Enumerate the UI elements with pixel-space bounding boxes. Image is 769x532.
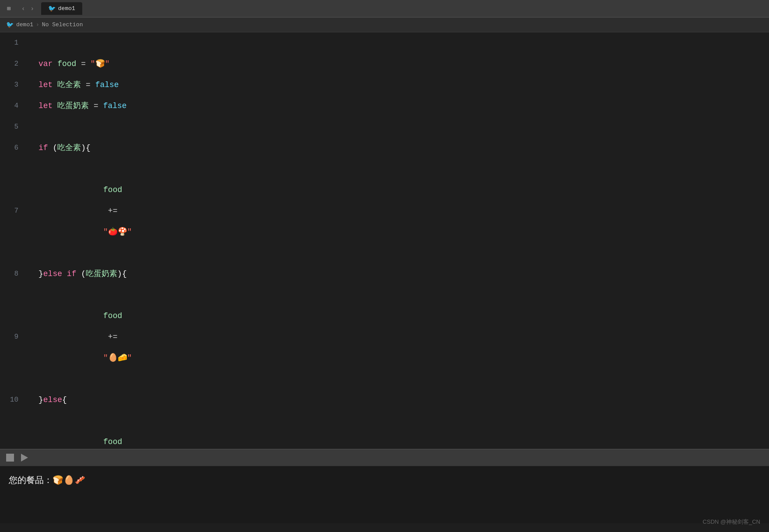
line-content-3: let 吃全素 = false — [30, 74, 119, 95]
stop-button[interactable] — [6, 454, 14, 462]
line-number-10: 10 — [0, 389, 26, 410]
code-line-4: 4 let 吃蛋奶素 = false — [0, 95, 769, 116]
line-content-2: var food = "🍞" — [30, 53, 109, 74]
line-content-6: if ( 吃全素 ) { — [30, 137, 91, 158]
line-number-3: 3 — [0, 74, 26, 95]
breadcrumb-location: No Selection — [42, 21, 83, 28]
line-number-7: 7 — [0, 200, 26, 221]
string-bread: "🍞" — [91, 53, 110, 74]
swift-icon: 🐦 — [48, 5, 56, 12]
food-id-9: food — [103, 312, 122, 320]
tab-label: demo1 — [58, 5, 75, 12]
breadcrumb-project[interactable]: demo1 — [16, 21, 33, 28]
line-content-9: food += "🥚🧀" — [30, 284, 132, 389]
nav-forward-arrow[interactable]: › — [28, 4, 35, 13]
breadcrumb: 🐦 demo1 › No Selection — [0, 18, 769, 32]
line-number-6: 6 — [0, 137, 26, 158]
keyword-let-2: let — [38, 95, 52, 116]
line-number-2: 2 — [0, 53, 26, 74]
string-tomato: "🍅🍄" — [103, 228, 132, 236]
paren-1: ( — [52, 137, 57, 158]
paren-3: ( — [81, 263, 86, 284]
play-button-small[interactable] — [21, 454, 28, 462]
keyword-var: var — [38, 53, 52, 74]
keyword-else-2: else — [43, 389, 62, 410]
grid-icon[interactable]: ⊞ — [4, 4, 13, 13]
brace-5: { — [62, 389, 67, 410]
code-container: 1 2 var food = "🍞" 3 let 吃全素 — [0, 32, 769, 449]
code-line-10: 10 } else { — [0, 389, 769, 410]
cond-vegetarian: 吃全素 — [57, 137, 81, 158]
title-bar-controls: ⊞ — [4, 4, 13, 13]
keyword-let-1: let — [38, 74, 52, 95]
code-line-11: 11 food += "🥚🥓" — [0, 410, 769, 449]
keyword-else-1: else — [43, 263, 62, 284]
paren-4: ) — [117, 263, 122, 284]
string-egg-cheese: "🥚🧀" — [103, 354, 132, 362]
output-area: 您的餐品：🍞🥚🥓 — [0, 466, 769, 523]
editor-area[interactable]: 1 2 var food = "🍞" 3 let 吃全素 — [0, 32, 769, 449]
line-content-7: food += "🍅🍄" — [30, 158, 132, 263]
var-lacto: 吃蛋奶素 — [57, 95, 89, 116]
code-line-2: 2 var food = "🍞" — [0, 53, 769, 74]
line-number-4: 4 — [0, 95, 26, 116]
brace-3: { — [122, 263, 127, 284]
brace-1: { — [86, 137, 91, 158]
code-line-6: 6 if ( 吃全素 ) { — [0, 137, 769, 158]
bottom-toolbar — [0, 449, 769, 466]
code-line-1: 1 — [0, 32, 769, 53]
line-content-4: let 吃蛋奶素 = false — [30, 95, 127, 116]
code-line-8: 8 } else if ( 吃蛋奶素 ) { — [0, 263, 769, 284]
code-line-3: 3 let 吃全素 = false — [0, 74, 769, 95]
food-id-7: food — [103, 186, 122, 194]
line-number-1: 1 — [0, 32, 26, 53]
keyword-if-2: if — [67, 263, 77, 284]
value-false-2: false — [103, 95, 127, 116]
var-food: food — [57, 53, 76, 74]
line-number-8: 8 — [0, 263, 26, 284]
line-content-11: food += "🥚🥓" — [30, 410, 132, 449]
food-id-11: food — [103, 438, 122, 446]
breadcrumb-swift-icon: 🐦 — [6, 21, 14, 28]
watermark: CSDN @神秘剑客_CN — [703, 518, 760, 526]
code-line-9: 9 food += "🥚🧀" — [0, 284, 769, 389]
active-tab[interactable]: 🐦 demo1 — [41, 2, 82, 15]
line-content-10: } else { — [30, 389, 67, 410]
cond-lacto: 吃蛋奶素 — [86, 263, 117, 284]
var-vegetarian: 吃全素 — [57, 74, 81, 95]
brace-4: } — [38, 389, 43, 410]
nav-arrows: ‹ › — [20, 4, 36, 13]
brace-2: } — [38, 263, 43, 284]
output-text: 您的餐品：🍞🥚🥓 — [9, 474, 85, 486]
code-line-5: 5 — [0, 116, 769, 137]
line-number-9: 9 — [0, 326, 26, 347]
nav-back-arrow[interactable]: ‹ — [20, 4, 27, 13]
line-content-8: } else if ( 吃蛋奶素 ) { — [30, 263, 127, 284]
code-line-7: 7 food += "🍅🍄" — [0, 158, 769, 263]
line-number-5: 5 — [0, 116, 26, 137]
title-bar: ⊞ ‹ › 🐦 demo1 — [0, 0, 769, 18]
breadcrumb-separator: › — [36, 21, 39, 28]
value-false-1: false — [95, 74, 119, 95]
keyword-if: if — [38, 137, 48, 158]
paren-2: ) — [81, 137, 86, 158]
